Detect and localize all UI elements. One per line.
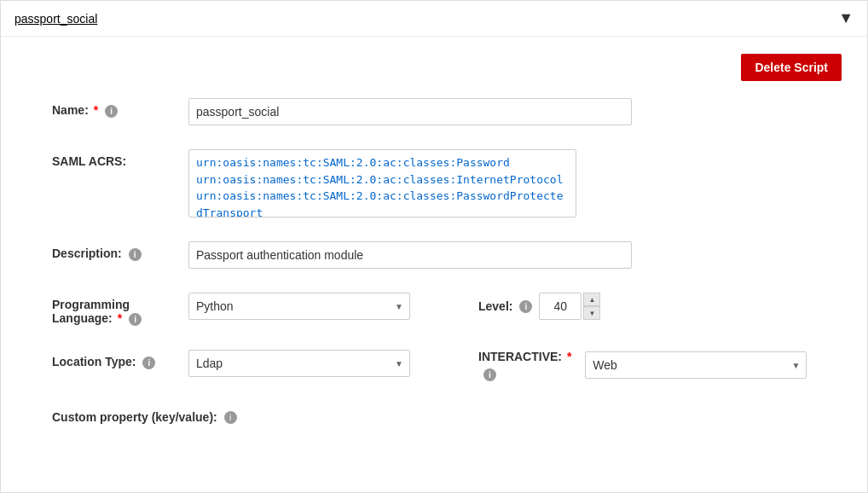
programming-language-select-wrapper: Python JavaScript Java Groovy bbox=[188, 293, 410, 320]
programming-language-select[interactable]: Python JavaScript Java Groovy bbox=[188, 293, 410, 320]
interactive-select[interactable]: Web Native None bbox=[585, 351, 807, 379]
lang-info-icon: i bbox=[129, 313, 142, 326]
location-interactive-row: Location Type: i Ldap Script Custom INTE… bbox=[52, 350, 842, 381]
interactive-info-icon: i bbox=[483, 368, 496, 381]
name-info-icon: i bbox=[105, 105, 118, 118]
description-input[interactable] bbox=[188, 241, 632, 269]
page-container: passport_social ▼ Delete Script Name: * … bbox=[0, 0, 868, 493]
location-type-info-icon: i bbox=[142, 357, 155, 369]
description-label: Description: i bbox=[52, 241, 188, 261]
description-info-icon: i bbox=[129, 248, 142, 261]
name-row: Name: * i bbox=[52, 98, 842, 125]
delete-script-button[interactable]: Delete Script bbox=[741, 54, 842, 81]
saml-acrs-row: SAML ACRS: urn:oasis:names:tc:SAML:2.0:a… bbox=[52, 149, 842, 218]
location-type-select-wrapper: Ldap Script Custom bbox=[188, 350, 410, 377]
level-input[interactable] bbox=[539, 293, 582, 320]
interactive-select-wrapper: Web Native None bbox=[585, 351, 807, 379]
level-section: Level: i ▲ ▼ bbox=[478, 293, 600, 320]
saml-acrs-label: SAML ACRS: bbox=[52, 149, 188, 168]
name-label: Name: * i bbox=[52, 98, 188, 118]
description-row: Description: i bbox=[52, 241, 842, 269]
location-type-select[interactable]: Ldap Script Custom bbox=[188, 350, 410, 377]
location-type-label: Location Type: i bbox=[52, 350, 188, 369]
name-required-star: * bbox=[94, 103, 98, 117]
level-spinner: ▲ ▼ bbox=[583, 293, 600, 320]
lang-level-row: ProgrammingLanguage: * i Python JavaScri… bbox=[52, 293, 842, 326]
name-input[interactable] bbox=[188, 98, 632, 125]
interactive-section: INTERACTIVE: * i Web Native None bbox=[478, 350, 807, 381]
level-wrapper: ▲ ▼ bbox=[539, 293, 600, 320]
delete-btn-row: Delete Script bbox=[52, 54, 842, 81]
lang-required-star: * bbox=[118, 311, 122, 325]
level-label: Level: i bbox=[478, 299, 532, 314]
custom-property-label: Custom property (key/value): i bbox=[52, 405, 237, 425]
script-title[interactable]: passport_social bbox=[14, 12, 97, 26]
interactive-required-star: * bbox=[567, 350, 571, 363]
level-info-icon: i bbox=[519, 300, 532, 313]
interactive-top: INTERACTIVE: * bbox=[478, 350, 578, 363]
saml-acrs-wrapper: urn:oasis:names:tc:SAML:2.0:ac:classes:P… bbox=[188, 149, 576, 218]
programming-language-label: ProgrammingLanguage: * i bbox=[52, 293, 188, 326]
custom-property-info-icon: i bbox=[224, 411, 237, 424]
content-area: Delete Script Name: * i SAML ACRS: urn:o… bbox=[1, 37, 867, 441]
custom-property-row: Custom property (key/value): i bbox=[52, 405, 842, 425]
level-increment-button[interactable]: ▲ bbox=[583, 293, 600, 306]
saml-acrs-textarea[interactable]: urn:oasis:names:tc:SAML:2.0:ac:classes:P… bbox=[188, 149, 576, 218]
interactive-info: i bbox=[480, 367, 578, 381]
interactive-label-group: INTERACTIVE: * i bbox=[478, 350, 578, 381]
level-decrement-button[interactable]: ▼ bbox=[583, 306, 600, 320]
header-bar: passport_social ▼ bbox=[1, 1, 867, 37]
interactive-label: INTERACTIVE: * bbox=[478, 350, 571, 363]
chevron-down-icon[interactable]: ▼ bbox=[838, 9, 854, 27]
